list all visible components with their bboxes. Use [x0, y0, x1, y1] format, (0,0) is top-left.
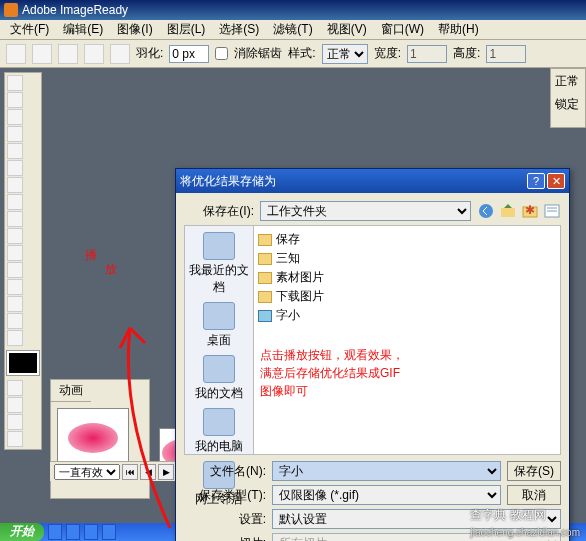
eyedropper-tool-icon[interactable] — [7, 279, 23, 295]
place-computer[interactable]: 我的电脑 — [195, 408, 243, 455]
watermark: 查字典 教程网 jiaocheng.chazidian.com — [470, 507, 580, 539]
tool-preset-icon[interactable] — [6, 44, 26, 64]
menu-select[interactable]: 选择(S) — [213, 19, 265, 40]
file-list[interactable]: 保存 三知 素材图片 下载图片 字小 点击播放按钮，观看效果， 满意后存储优化结… — [254, 225, 561, 455]
jump2-icon[interactable] — [7, 431, 23, 447]
animation-tab[interactable]: 动画 — [51, 380, 91, 402]
view-menu-icon[interactable] — [543, 202, 561, 220]
first-frame-button[interactable]: ⏮ — [122, 464, 138, 480]
folder-icon — [258, 272, 272, 284]
hand-tool-icon[interactable] — [7, 296, 23, 312]
menu-filter[interactable]: 滤镜(T) — [267, 19, 318, 40]
file-item[interactable]: 素材图片 — [258, 268, 556, 287]
place-mydocs[interactable]: 我的文档 — [195, 355, 243, 402]
up-icon[interactable] — [499, 202, 517, 220]
prev-frame-button[interactable]: ◀ — [140, 464, 156, 480]
slices-label: 切片: — [184, 535, 266, 542]
tool-extra-icon[interactable] — [7, 330, 23, 346]
app-title: Adobe ImageReady — [22, 3, 128, 17]
height-label: 高度: — [453, 45, 480, 62]
start-button[interactable]: 开始 — [0, 523, 44, 541]
close-button[interactable]: ✕ — [547, 173, 565, 189]
filetype-select[interactable]: 仅限图像 (*.gif) — [272, 485, 501, 505]
app-titlebar: Adobe ImageReady — [0, 0, 586, 20]
file-item[interactable]: 字小 — [258, 306, 556, 325]
feather-label: 羽化: — [136, 45, 163, 62]
play-button[interactable]: ▶ — [158, 464, 174, 480]
crop-tool-icon[interactable] — [7, 211, 23, 227]
width-label: 宽度: — [374, 45, 401, 62]
doc-icon — [258, 310, 272, 322]
color-swatch[interactable] — [7, 351, 39, 375]
blend-mode[interactable]: 正常 — [555, 73, 581, 90]
menu-image[interactable]: 图像(I) — [111, 19, 158, 40]
menu-view[interactable]: 视图(V) — [321, 19, 373, 40]
layers-panel: 正常 锁定 — [550, 68, 586, 128]
folder-icon — [258, 291, 272, 303]
marquee-add-icon[interactable] — [58, 44, 78, 64]
width-input[interactable] — [407, 45, 447, 63]
move-tool-icon[interactable] — [7, 92, 23, 108]
file-item[interactable]: 下载图片 — [258, 287, 556, 306]
style-label: 样式: — [288, 45, 315, 62]
save-button[interactable]: 保存(S) — [507, 461, 561, 481]
menu-file[interactable]: 文件(F) — [4, 19, 55, 40]
menu-window[interactable]: 窗口(W) — [375, 19, 430, 40]
animation-panel: 动画 — [50, 379, 150, 499]
height-input[interactable] — [486, 45, 526, 63]
imagemap-tool-icon[interactable] — [7, 160, 23, 176]
desktop-icon — [203, 302, 235, 330]
new-folder-icon[interactable]: ✱ — [521, 202, 539, 220]
shape-tool-icon[interactable] — [7, 194, 23, 210]
place-desktop[interactable]: 桌面 — [203, 302, 235, 349]
menu-edit[interactable]: 编辑(E) — [57, 19, 109, 40]
marquee-mode-icon[interactable] — [32, 44, 52, 64]
lasso-tool-icon[interactable] — [7, 109, 23, 125]
dialog-titlebar[interactable]: 将优化结果存储为 ? ✕ — [176, 169, 569, 193]
marquee-tool-icon[interactable] — [7, 75, 23, 91]
filename-input[interactable]: 字小 — [272, 461, 501, 481]
mydocs-icon — [203, 355, 235, 383]
bucket-tool-icon[interactable] — [7, 245, 23, 261]
zoom-tool-icon[interactable] — [7, 313, 23, 329]
file-item[interactable]: 三知 — [258, 249, 556, 268]
jump-icon[interactable] — [7, 414, 23, 430]
save-dialog: 将优化结果存储为 ? ✕ 保存在(I): 工作文件夹 ✱ 我最近的文档 — [175, 168, 570, 541]
menu-help[interactable]: 帮助(H) — [432, 19, 485, 40]
settings-label: 设置: — [184, 511, 266, 528]
recent-icon — [203, 232, 235, 260]
annotation-note: 点击播放按钮，观看效果， 满意后存储优化结果成GIF 图像即可 — [260, 346, 404, 400]
eraser-tool-icon[interactable] — [7, 228, 23, 244]
menu-layer[interactable]: 图层(L) — [161, 19, 212, 40]
style-select[interactable]: 正常 — [322, 44, 368, 64]
taskbar-item[interactable] — [48, 524, 62, 540]
annotation-text: 播 放 — [85, 248, 117, 277]
loop-select[interactable]: 一直有效 — [54, 464, 120, 480]
dialog-title: 将优化结果存储为 — [180, 173, 276, 190]
cancel-button[interactable]: 取消 — [507, 485, 561, 505]
preview-icon[interactable] — [7, 380, 23, 396]
marquee-intersect-icon[interactable] — [110, 44, 130, 64]
slice-tool-icon[interactable] — [7, 143, 23, 159]
taskbar-item[interactable] — [102, 524, 116, 540]
save-in-select[interactable]: 工作文件夹 — [260, 201, 471, 221]
toggle-icon[interactable] — [7, 397, 23, 413]
places-bar: 我最近的文档 桌面 我的文档 我的电脑 网上邻居 — [184, 225, 254, 455]
marquee-sub-icon[interactable] — [84, 44, 104, 64]
help-button[interactable]: ? — [527, 173, 545, 189]
place-recent[interactable]: 我最近的文档 — [185, 232, 253, 296]
file-item[interactable]: 保存 — [258, 230, 556, 249]
svg-point-0 — [479, 204, 493, 218]
taskbar-item[interactable] — [66, 524, 80, 540]
wand-tool-icon[interactable] — [7, 126, 23, 142]
anim-frame-thumb[interactable] — [57, 408, 129, 468]
lock-label: 锁定 — [555, 96, 581, 113]
type-tool-icon[interactable] — [7, 177, 23, 193]
antialias-checkbox[interactable] — [215, 47, 228, 60]
feather-input[interactable] — [169, 45, 209, 63]
back-icon[interactable] — [477, 202, 495, 220]
gradient-tool-icon[interactable] — [7, 262, 23, 278]
taskbar-item[interactable] — [84, 524, 98, 540]
antialias-label: 消除锯齿 — [234, 45, 282, 62]
frame-content-icon — [68, 423, 118, 453]
